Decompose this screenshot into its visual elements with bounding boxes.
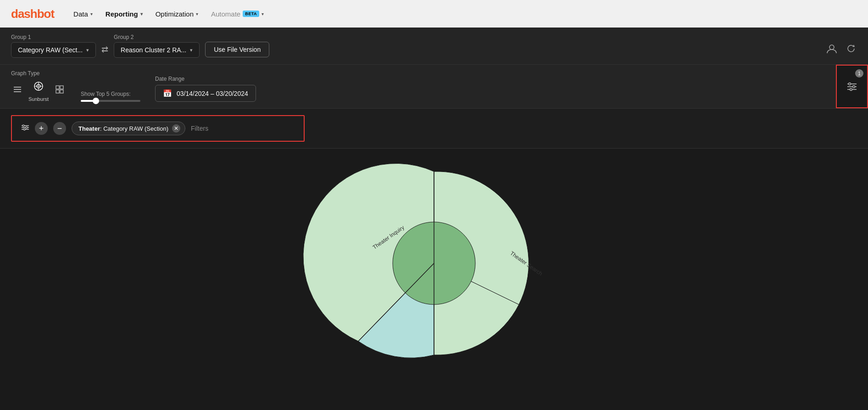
- refresh-icon-button[interactable]: [845, 43, 857, 57]
- sunburst-label: Sunburst: [28, 96, 49, 102]
- adjust-icon: [21, 123, 29, 132]
- filter-bar-wrapper: + − Theater: Category RAW (Section) ✕ Fi…: [0, 109, 868, 149]
- account-icon-button[interactable]: [826, 43, 838, 57]
- swap-icon[interactable]: ⇄: [101, 44, 108, 55]
- nav-optimization-chevron: ▾: [196, 11, 198, 17]
- add-filter-button[interactable]: +: [35, 122, 48, 135]
- group2-select[interactable]: Reason Cluster 2 RA... ▾: [114, 42, 200, 58]
- svg-point-15: [849, 83, 851, 85]
- graph-type-sunburst-button[interactable]: [32, 79, 45, 95]
- svg-point-16: [853, 85, 855, 88]
- svg-point-21: [22, 125, 24, 127]
- sunburst-option: Sunburst: [28, 79, 49, 102]
- nav-item-data[interactable]: Data ▾: [69, 7, 97, 21]
- filter-sliders-icon: [846, 80, 858, 93]
- graph-type-list-button[interactable]: [11, 83, 24, 98]
- top-groups-slider[interactable]: [81, 100, 140, 102]
- calendar-icon: 📅: [163, 89, 172, 98]
- groups-row: Group 1 Category RAW (Sect... ▾ ⇄ Group …: [11, 34, 857, 58]
- toolbar-area: Group 1 Category RAW (Sect... ▾ ⇄ Group …: [0, 28, 868, 65]
- group1-label: Group 1: [11, 34, 96, 40]
- filter-panel-button[interactable]: 1: [836, 65, 868, 108]
- date-range-button[interactable]: 📅 03/14/2024 – 03/20/2024: [155, 85, 256, 102]
- use-file-version-button[interactable]: Use File Version: [205, 42, 269, 57]
- filter-badge: 1: [855, 69, 863, 78]
- group1-select[interactable]: Category RAW (Sect... ▾: [11, 42, 96, 58]
- filter-tag-label: Theater: [78, 125, 100, 132]
- nav-automate-label: Automate: [211, 10, 240, 18]
- svg-rect-10: [56, 90, 59, 93]
- remove-filter-button[interactable]: −: [53, 122, 66, 135]
- group2-chevron-icon: ▾: [190, 47, 193, 53]
- group2-value: Reason Cluster 2 RA...: [121, 46, 186, 54]
- svg-rect-9: [60, 86, 63, 89]
- nav-reporting-chevron: ▾: [140, 11, 143, 17]
- nav-items: Data ▾ Reporting ▾ Optimization ▾ Automa…: [69, 7, 268, 21]
- date-range-group: Date Range 📅 03/14/2024 – 03/20/2024: [155, 76, 256, 102]
- svg-point-17: [850, 88, 852, 90]
- nav-optimization-label: Optimization: [156, 10, 194, 18]
- date-range-value: 03/14/2024 – 03/20/2024: [177, 90, 248, 97]
- filter-tag-value: Category RAW (Section): [103, 125, 168, 132]
- list-icon: [13, 85, 22, 94]
- graph-controls: Graph Type: [0, 65, 868, 109]
- group1-value: Category RAW (Sect...: [18, 46, 83, 54]
- show-top-label: Show Top 5 Groups:: [81, 91, 140, 97]
- beta-badge: BETA: [243, 11, 259, 17]
- grid-icon: [55, 85, 64, 94]
- topnav: dashbot Data ▾ Reporting ▾ Optimization …: [0, 0, 868, 28]
- group1-container: Group 1 Category RAW (Sect... ▾: [11, 34, 96, 58]
- filter-adjust-icon: [21, 123, 29, 133]
- filters-label: Filters: [191, 125, 208, 132]
- graph-type-label: Graph Type: [11, 70, 66, 77]
- filter-tag: Theater: Category RAW (Section) ✕: [72, 122, 185, 135]
- svg-point-0: [829, 45, 834, 50]
- nav-reporting-label: Reporting: [106, 10, 138, 18]
- graph-type-grid-button[interactable]: [53, 83, 66, 98]
- svg-point-22: [26, 127, 28, 128]
- group2-container: Group 2 Reason Cluster 2 RA... ▾: [114, 34, 200, 58]
- nav-item-optimization[interactable]: Optimization ▾: [151, 7, 203, 21]
- nav-data-chevron: ▾: [90, 11, 93, 17]
- group1-chevron-icon: ▾: [86, 47, 89, 53]
- account-icon: [826, 43, 838, 55]
- graph-type-group: Graph Type: [11, 70, 66, 102]
- svg-rect-8: [56, 86, 59, 89]
- refresh-icon: [845, 43, 857, 55]
- sunburst-chart: Theater Inquiry Theater Search: [285, 149, 583, 378]
- chart-area: Theater Inquiry Theater Search: [0, 149, 868, 378]
- nav-item-automate[interactable]: Automate BETA ▾: [206, 7, 268, 21]
- date-range-label: Date Range: [155, 76, 256, 82]
- nav-automate-chevron: ▾: [262, 11, 264, 17]
- show-top-groups-group: Show Top 5 Groups:: [81, 91, 140, 102]
- group2-label: Group 2: [114, 34, 200, 40]
- graph-type-options: Sunburst: [11, 79, 66, 102]
- filter-tag-close-button[interactable]: ✕: [172, 124, 180, 133]
- nav-item-reporting[interactable]: Reporting ▾: [101, 7, 147, 21]
- svg-rect-11: [60, 90, 63, 93]
- logo: dashbot: [11, 7, 54, 21]
- top-right-icons: [826, 43, 857, 57]
- nav-data-label: Data: [73, 10, 88, 18]
- slider-row: [81, 100, 140, 102]
- filter-tag-content: Theater: Category RAW (Section): [78, 125, 168, 132]
- filter-bar: + − Theater: Category RAW (Section) ✕ Fi…: [11, 115, 305, 142]
- svg-point-23: [23, 128, 25, 130]
- sunburst-icon: [33, 81, 44, 91]
